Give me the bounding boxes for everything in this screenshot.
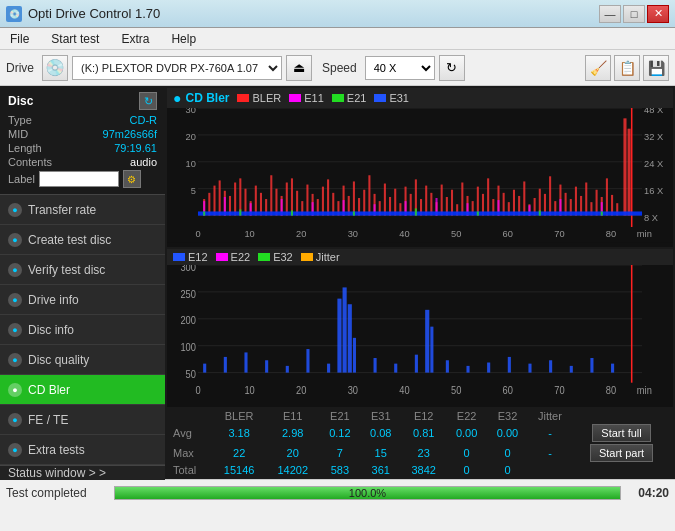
sidebar-item-label-verify-test-disc: Verify test disc: [28, 263, 105, 277]
contents-label: Contents: [8, 156, 52, 168]
svg-rect-108: [628, 129, 631, 216]
drive-select[interactable]: (K:) PLEXTOR DVDR PX-760A 1.07: [72, 56, 282, 80]
length-value: 79:19.61: [114, 142, 157, 154]
svg-text:20: 20: [296, 384, 307, 395]
svg-rect-104: [606, 178, 608, 215]
stats-cell-2-3: 361: [360, 463, 401, 477]
svg-rect-58: [368, 175, 370, 215]
sidebar-item-disc-info[interactable]: ●Disc info: [0, 315, 165, 345]
label-input[interactable]: [39, 171, 119, 187]
stats-btn-cell-1: Start part: [572, 443, 671, 463]
svg-text:200: 200: [180, 315, 196, 326]
create-test-disc-icon: ●: [8, 233, 22, 247]
svg-rect-159: [306, 349, 309, 373]
disc-refresh-button[interactable]: ↻: [139, 92, 157, 110]
stats-cell-0-5: 0.00: [446, 423, 487, 443]
stats-cell-0-0: 3.18: [212, 423, 266, 443]
length-label: Length: [8, 142, 42, 154]
svg-rect-124: [203, 211, 205, 215]
label-label: Label: [8, 173, 35, 185]
main-container: Disc ↻ Type CD-R MID 97m26s66f Length 79…: [0, 86, 675, 479]
svg-rect-176: [570, 365, 573, 372]
sidebar-item-fe-te[interactable]: ●FE / TE: [0, 405, 165, 435]
sidebar-item-disc-quality[interactable]: ●Disc quality: [0, 345, 165, 375]
stats-cell-1-5: 0: [446, 443, 487, 463]
copy-button[interactable]: 📋: [614, 55, 640, 81]
erase-button[interactable]: 🧹: [585, 55, 611, 81]
svg-rect-55: [353, 181, 355, 215]
minimize-button[interactable]: —: [599, 5, 621, 23]
menu-file[interactable]: File: [4, 30, 35, 48]
stats-table: BLER E11 E21 E31 E12 E22 E32 Jitter Avg3…: [165, 407, 675, 479]
chart2-header: E12 E22 E32 Jitter: [167, 249, 673, 265]
close-button[interactable]: ✕: [647, 5, 669, 23]
sidebar-item-extra-tests[interactable]: ●Extra tests: [0, 435, 165, 465]
col-e21: E21: [319, 409, 360, 423]
chart2-legend-e22: E22: [216, 251, 251, 263]
svg-rect-36: [255, 186, 257, 216]
chart2-legend-e12: E12: [173, 251, 208, 263]
sidebar-item-label-fe-te: FE / TE: [28, 413, 68, 427]
sidebar-item-verify-test-disc[interactable]: ●Verify test disc: [0, 255, 165, 285]
chart1-header: ● CD Bler BLER E11 E21: [167, 88, 673, 108]
col-e31: E31: [360, 409, 401, 423]
transfer-rate-icon: ●: [8, 203, 22, 217]
start-part-button[interactable]: Start part: [590, 444, 653, 462]
svg-rect-168: [425, 309, 429, 372]
stats-row-max: Max22207152300-Start part: [169, 443, 671, 463]
svg-rect-88: [523, 181, 525, 215]
svg-text:30: 30: [186, 108, 196, 115]
svg-rect-161: [337, 298, 341, 372]
sidebar-item-label-cd-bler: CD Bler: [28, 383, 70, 397]
maximize-button[interactable]: □: [623, 5, 645, 23]
speed-select[interactable]: 40 X: [365, 56, 435, 80]
titlebar: 💿 Opti Drive Control 1.70 — □ ✕: [0, 0, 675, 28]
disc-quality-icon: ●: [8, 353, 22, 367]
svg-rect-100: [585, 182, 587, 215]
status-window-label: Status window > >: [8, 466, 106, 480]
svg-rect-128: [415, 208, 417, 215]
svg-rect-32: [234, 182, 236, 215]
save-button[interactable]: 💾: [643, 55, 669, 81]
label-browse-button[interactable]: ⚙: [123, 170, 141, 188]
sidebar-item-transfer-rate[interactable]: ●Transfer rate: [0, 195, 165, 225]
mid-value: 97m26s66f: [103, 128, 157, 140]
stats-cell-0-6: 0.00: [487, 423, 528, 443]
sidebar-item-label-drive-info: Drive info: [28, 293, 79, 307]
sidebar-item-drive-info[interactable]: ●Drive info: [0, 285, 165, 315]
refresh-button[interactable]: ↻: [439, 55, 465, 81]
svg-text:20: 20: [296, 229, 306, 239]
stats-cell-0-4: 0.81: [401, 423, 446, 443]
disc-panel-title: Disc: [8, 94, 33, 108]
svg-text:80: 80: [606, 229, 616, 239]
stats-btn-cell-2: [572, 463, 671, 477]
stats-row-label-1: Max: [169, 443, 212, 463]
svg-text:10: 10: [186, 159, 196, 169]
eject-button[interactable]: ⏏: [286, 55, 312, 81]
svg-rect-49: [322, 187, 324, 216]
stats-cell-1-2: 7: [319, 443, 360, 463]
start-full-button[interactable]: Start full: [592, 424, 650, 442]
svg-text:300: 300: [180, 265, 196, 273]
menu-extra[interactable]: Extra: [115, 30, 155, 48]
status-window-button[interactable]: Status window > >: [0, 465, 165, 480]
svg-rect-79: [477, 187, 479, 216]
svg-text:0: 0: [195, 384, 201, 395]
svg-text:5: 5: [191, 186, 196, 196]
chart2-svg: 300 250 200 100 50 0 10 20 30 40 50 60 7…: [167, 265, 673, 400]
svg-rect-50: [327, 179, 329, 215]
menu-start-test[interactable]: Start test: [45, 30, 105, 48]
stats-row-total: Total1514614202583361384200: [169, 463, 671, 477]
chart2-body: 300 250 200 100 50 0 10 20 30 40 50 60 7…: [167, 265, 673, 400]
sidebar-item-cd-bler[interactable]: ●CD Bler: [0, 375, 165, 405]
menu-help[interactable]: Help: [165, 30, 202, 48]
sidebar-item-create-test-disc[interactable]: ●Create test disc: [0, 225, 165, 255]
svg-text:250: 250: [180, 288, 196, 299]
svg-rect-127: [353, 211, 355, 215]
svg-text:8 X: 8 X: [644, 213, 658, 223]
svg-rect-162: [343, 287, 347, 372]
stats-row-label-0: Avg: [169, 423, 212, 443]
svg-rect-76: [461, 182, 463, 215]
main-content: ● CD Bler BLER E11 E21: [165, 86, 675, 479]
svg-rect-0: [167, 108, 673, 243]
